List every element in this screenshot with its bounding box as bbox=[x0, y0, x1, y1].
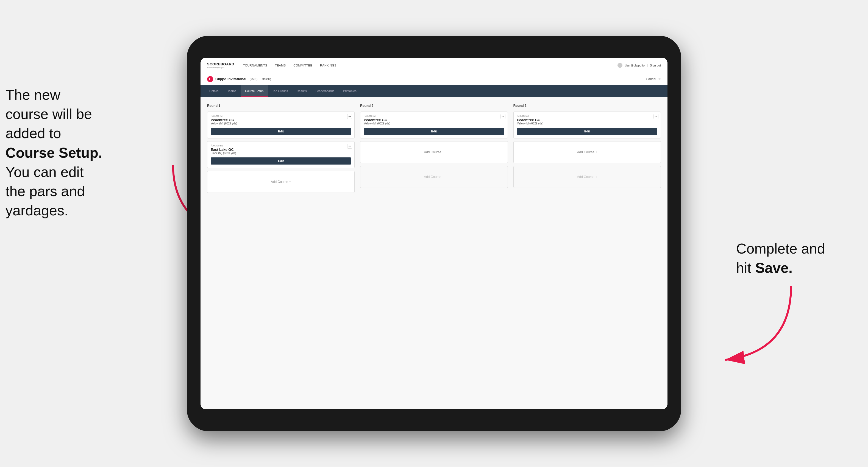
round-1-column: Round 1 (Course A) Peachtree GC Yellow (… bbox=[207, 104, 354, 193]
round3-add-course-text: Add Course + bbox=[577, 150, 597, 154]
round1-course-b-edit-btn[interactable]: Edit bbox=[211, 157, 351, 164]
round2-add-course-btn[interactable]: Add Course + bbox=[360, 141, 507, 163]
round3-course-a-tee: Yellow (M) (6629 yds) bbox=[517, 122, 657, 125]
round1-course-a-icon[interactable] bbox=[347, 114, 352, 119]
svg-point-8 bbox=[502, 116, 502, 117]
svg-point-4 bbox=[350, 116, 351, 117]
round1-course-a-tee: Yellow (M) (6629 yds) bbox=[211, 122, 351, 125]
tournament-meta: (Men) bbox=[250, 77, 258, 81]
round3-course-a-name: Peachtree GC bbox=[517, 118, 657, 122]
tab-tee-groups[interactable]: Tee Groups bbox=[268, 85, 292, 97]
scoreboard-logo: SCOREBOARD Powered by clippd bbox=[207, 62, 234, 69]
round3-course-a-label: (Course A) bbox=[517, 115, 657, 117]
round2-course-a-card: (Course A) Peachtree GC Yellow (M) (6629… bbox=[360, 112, 507, 138]
cancel-button[interactable]: Cancel ✕ bbox=[646, 77, 661, 81]
tab-course-setup[interactable]: Course Setup bbox=[241, 85, 268, 97]
round2-course-a-edit-btn[interactable]: Edit bbox=[364, 128, 504, 135]
round2-course-a-icon[interactable] bbox=[500, 114, 505, 119]
top-nav: SCOREBOARD Powered by clippd TOURNAMENTS… bbox=[200, 58, 668, 73]
tournament-title: Clippd Invitational bbox=[215, 77, 246, 81]
nav-right: blair@clippd.io | Sign out bbox=[618, 63, 661, 68]
c-logo: C bbox=[207, 76, 213, 82]
round1-course-b-label: (Course B) bbox=[211, 144, 351, 147]
round1-course-a-edit-btn[interactable]: Edit bbox=[211, 128, 351, 135]
nav-tournaments[interactable]: TOURNAMENTS bbox=[243, 64, 267, 67]
round2-course-a-tee: Yellow (M) (6629 yds) bbox=[364, 122, 504, 125]
tab-teams[interactable]: Teams bbox=[223, 85, 241, 97]
nav-teams[interactable]: TEAMS bbox=[275, 64, 286, 67]
arrow-right bbox=[703, 280, 813, 368]
rounds-grid: Round 1 (Course A) Peachtree GC Yellow (… bbox=[207, 104, 661, 193]
svg-point-6 bbox=[349, 146, 350, 147]
tournament-bar: C Clippd Invitational (Men) Hosting Canc… bbox=[200, 73, 668, 85]
svg-point-10 bbox=[503, 116, 504, 117]
round2-add-course-disabled-btn: Add Course + bbox=[360, 166, 507, 188]
svg-point-13 bbox=[656, 116, 657, 117]
round1-course-b-icon[interactable] bbox=[347, 144, 352, 149]
round1-course-a-label: (Course A) bbox=[211, 115, 351, 117]
main-content: Round 1 (Course A) Peachtree GC Yellow (… bbox=[200, 97, 668, 409]
annotation-save-bold: Save. bbox=[755, 260, 793, 276]
round2-course-a-name: Peachtree GC bbox=[364, 118, 504, 122]
round-3-column: Round 3 (Course A) Peachtree GC Yellow (… bbox=[514, 104, 661, 193]
nav-rankings[interactable]: RANKINGS bbox=[320, 64, 337, 67]
tablet: SCOREBOARD Powered by clippd TOURNAMENTS… bbox=[187, 36, 681, 431]
tab-details[interactable]: Details bbox=[205, 85, 223, 97]
round1-course-a-name: Peachtree GC bbox=[211, 118, 351, 122]
sign-out-link[interactable]: Sign out bbox=[650, 64, 661, 67]
round-2-label: Round 2 bbox=[360, 104, 507, 108]
user-email: blair@clippd.io bbox=[625, 64, 644, 67]
round2-course-a-label: (Course A) bbox=[364, 115, 504, 117]
annotation-bold: Course Setup. bbox=[5, 145, 102, 161]
round-1-label: Round 1 bbox=[207, 104, 354, 108]
svg-point-11 bbox=[655, 116, 655, 117]
annotation-left: The new course will be added to Course S… bbox=[5, 85, 148, 220]
round3-add-course-btn[interactable]: Add Course + bbox=[514, 141, 661, 163]
round2-add-course-disabled-text: Add Course + bbox=[424, 175, 444, 179]
nav-links: TOURNAMENTS TEAMS COMMITTEE RANKINGS bbox=[243, 64, 337, 67]
tablet-screen: SCOREBOARD Powered by clippd TOURNAMENTS… bbox=[200, 58, 668, 409]
round3-add-course-disabled-text: Add Course + bbox=[577, 175, 597, 179]
round-2-column: Round 2 (Course A) Peachtree GC Yellow (… bbox=[360, 104, 507, 193]
tab-results[interactable]: Results bbox=[292, 85, 311, 97]
round1-course-a-card: (Course A) Peachtree GC Yellow (M) (6629… bbox=[207, 112, 354, 138]
nav-left: SCOREBOARD Powered by clippd TOURNAMENTS… bbox=[207, 62, 337, 69]
svg-point-7 bbox=[350, 146, 351, 147]
round3-course-a-edit-btn[interactable]: Edit bbox=[517, 128, 657, 135]
powered-by: Powered by clippd bbox=[207, 66, 234, 69]
round1-add-course-btn[interactable]: Add Course + bbox=[207, 171, 354, 193]
svg-point-3 bbox=[349, 116, 350, 117]
round3-course-a-icon[interactable] bbox=[653, 114, 658, 119]
round1-course-b-card: (Course B) East Lake GC Black (M) (6891 … bbox=[207, 141, 354, 168]
tab-leaderboards[interactable]: Leaderboards bbox=[311, 85, 339, 97]
brand-name: SCOREBOARD bbox=[207, 62, 234, 66]
svg-point-2 bbox=[348, 116, 349, 117]
round2-add-course-text: Add Course + bbox=[424, 150, 444, 154]
nav-committee[interactable]: COMMITTEE bbox=[293, 64, 312, 67]
svg-point-12 bbox=[656, 116, 656, 117]
round3-add-course-disabled-btn: Add Course + bbox=[514, 166, 661, 188]
round1-add-course-text: Add Course + bbox=[271, 180, 291, 184]
tab-printables[interactable]: Printables bbox=[339, 85, 361, 97]
round1-course-b-tee: Black (M) (6891 yds) bbox=[211, 152, 351, 155]
svg-point-9 bbox=[502, 116, 503, 117]
round-3-label: Round 3 bbox=[514, 104, 661, 108]
tournament-name-section: C Clippd Invitational (Men) Hosting bbox=[207, 76, 271, 82]
svg-point-5 bbox=[348, 146, 349, 147]
user-avatar bbox=[618, 63, 622, 68]
hosting-badge: Hosting bbox=[262, 77, 271, 81]
separator: | bbox=[647, 64, 648, 67]
round3-course-a-card: (Course A) Peachtree GC Yellow (M) (6629… bbox=[514, 112, 661, 138]
annotation-right: Complete and hit Save. bbox=[736, 239, 851, 277]
round1-course-b-name: East Lake GC bbox=[211, 148, 351, 152]
tab-bar: Details Teams Course Setup Tee Groups Re… bbox=[200, 85, 668, 97]
